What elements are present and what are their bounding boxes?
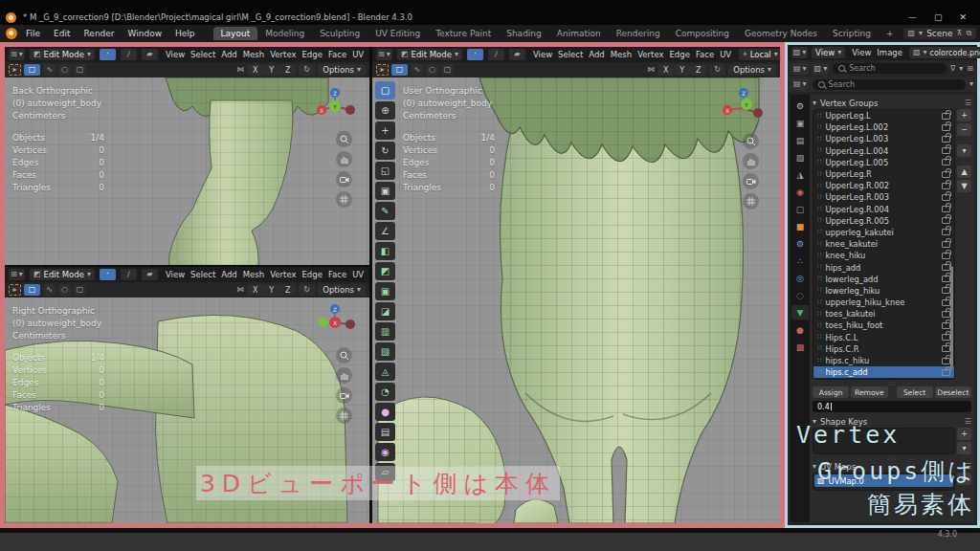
lock-open-icon[interactable] (942, 311, 950, 318)
active-tool-button[interactable]: ▸ (376, 64, 389, 76)
vertex-group-item[interactable]: ∷lowerleg_add (813, 274, 954, 285)
maximize-button[interactable]: ▢ (934, 12, 943, 22)
editor-type-button[interactable]: ▤▾ (791, 78, 809, 90)
toolbar-tool-button[interactable]: ▣ (375, 282, 395, 300)
mirror-axis-button[interactable]: Z (690, 64, 706, 76)
workspace-tab[interactable]: Modeling (257, 27, 312, 40)
editor-type-button[interactable]: ▤▾ (791, 63, 809, 75)
mirror-axis-button[interactable]: Y (263, 64, 279, 76)
toolbar-tool-button[interactable]: ● (375, 403, 395, 421)
image-mode-dropdown[interactable]: View▾ (812, 47, 845, 58)
viewport-center[interactable]: ⊞▾ ◩Edit Mode▾ · ∕ ▰ ViewSelectAddMeshVe… (372, 47, 780, 523)
settings-grid-icon[interactable]: ⊞ (967, 65, 973, 73)
select-circle-tool[interactable]: ○ (426, 64, 438, 76)
vertex-group-item[interactable]: ∷UpperLeg.L.003 (813, 133, 954, 144)
properties-tab[interactable]: ⚙ (791, 236, 809, 251)
pan-hand-icon[interactable] (336, 151, 352, 167)
minimize-button[interactable]: — (908, 12, 917, 22)
filter-icon[interactable]: ∇ (950, 65, 955, 73)
vertex-group-item[interactable]: ∷Hips.C.L (813, 332, 954, 343)
toolbar-tool-button[interactable]: ▥ (375, 322, 395, 341)
image-datablock-selector[interactable]: ▧▾colorcode.png (909, 47, 980, 58)
toolbar-tool-button[interactable]: ∠ (375, 222, 395, 240)
workspace-tab[interactable]: Sculpting (312, 27, 368, 40)
properties-tab[interactable]: ▢ (791, 202, 809, 216)
perspective-grid-icon[interactable] (743, 193, 759, 209)
lock-open-icon[interactable] (942, 345, 950, 352)
add-shape-key-button[interactable]: + (957, 428, 971, 440)
zoom-icon[interactable] (743, 133, 759, 149)
pan-hand-icon[interactable] (336, 367, 352, 384)
viewport-menu[interactable]: View (163, 50, 188, 59)
vertex-group-item[interactable]: ∷hips.c_add (813, 366, 954, 378)
vertex-group-item[interactable]: ∷Hips.C.R (813, 343, 954, 355)
camera-view-icon[interactable] (336, 387, 352, 404)
scene-selector[interactable]: ▧ ▾ Scene ⊼ ⧉ (903, 28, 977, 39)
workspace-tab[interactable]: Texture Paint (428, 27, 499, 40)
viewport-menu[interactable]: View (530, 50, 555, 59)
select-box-tool[interactable]: ▢ (24, 64, 40, 76)
workspace-tab[interactable]: Scripting (825, 27, 879, 40)
select-mode-extend[interactable]: ▢ (74, 284, 86, 296)
display-mode-button[interactable]: ▧▾ (813, 63, 830, 75)
workspace-tab[interactable]: Animation (549, 27, 609, 40)
editor-divider-vertical[interactable] (369, 42, 372, 528)
viewport-menu[interactable]: UV (349, 50, 367, 59)
select-mode-extend[interactable]: ▢ (74, 64, 86, 76)
toolbar-tool-button[interactable]: ◪ (375, 302, 395, 320)
toolbar-tool-button[interactable]: ◬ (375, 363, 395, 381)
menubar-menu[interactable]: Render (78, 27, 122, 40)
specials-menu-button[interactable]: ▾ (957, 144, 971, 157)
image-editor-menu[interactable]: Image (874, 48, 905, 57)
mode-dropdown[interactable]: ◩Edit Mode▾ (30, 269, 95, 280)
panel-menu-icon[interactable]: ☰ (965, 99, 971, 107)
lock-open-icon[interactable] (942, 136, 950, 143)
vertex-group-item[interactable]: ∷upperleg_hiku_knee (813, 297, 954, 308)
properties-tab[interactable]: ◌ (791, 288, 809, 302)
lock-open-icon[interactable] (942, 194, 950, 201)
viewport-menu[interactable]: Mesh (240, 270, 267, 279)
select-button[interactable]: Select (897, 386, 933, 398)
vertex-group-item[interactable]: ∷lowerleg_hiku (813, 285, 954, 297)
lock-open-icon[interactable] (942, 358, 950, 364)
vertex-group-item[interactable]: ∷knee_hiku (813, 250, 954, 261)
lock-open-icon[interactable] (942, 183, 950, 189)
properties-tab[interactable]: ▤ (791, 133, 809, 147)
falloff-button[interactable]: ↻ (299, 284, 315, 296)
lock-open-icon[interactable] (942, 264, 950, 271)
weight-field[interactable]: 0.4 (813, 401, 971, 412)
perspective-grid-icon[interactable] (336, 191, 352, 208)
lock-open-icon[interactable] (942, 334, 950, 341)
viewport-menu[interactable]: Edge (300, 270, 325, 279)
lock-open-icon[interactable] (942, 113, 950, 120)
vertex-group-item[interactable]: ∷UpperLeg.R.005 (813, 215, 954, 227)
copy-icon[interactable]: ⧉ (966, 30, 971, 37)
toolbar-tool-button[interactable]: ◧ (375, 242, 395, 260)
outliner-search-input[interactable]: Search (833, 63, 947, 74)
select-mode-vertex-button[interactable]: · (467, 49, 483, 60)
select-box-tool[interactable]: ▢ (24, 284, 40, 296)
viewport-menu[interactable]: Mesh (240, 50, 267, 59)
lock-open-icon[interactable] (942, 206, 950, 212)
editor-type-button[interactable]: ⊞▾ (9, 269, 25, 280)
select-mode-face-button[interactable]: ▰ (509, 49, 525, 60)
mirror-axis-button[interactable]: Z (279, 284, 296, 296)
menubar-menu[interactable]: Window (122, 27, 169, 40)
vertex-group-item[interactable]: ∷UpperLeg.L.005 (813, 157, 954, 168)
mirror-axis-button[interactable]: X (247, 284, 263, 296)
chevron-down-icon[interactable]: ▾ (969, 80, 973, 88)
lock-open-icon[interactable] (942, 217, 950, 224)
vertex-group-item[interactable]: ∷UpperLeg.L.002 (813, 121, 954, 133)
panel-menu-icon[interactable]: ☰ (965, 418, 971, 426)
viewport-menu[interactable]: Select (188, 50, 218, 59)
vertex-group-item[interactable]: ∷hips_add (813, 261, 954, 273)
properties-search-input[interactable]: Search (813, 79, 966, 90)
options-dropdown[interactable]: Options▾ (318, 64, 366, 76)
shape-key-specials-button[interactable]: ▾ (957, 442, 971, 454)
viewport-menu[interactable]: Add (218, 270, 239, 279)
select-mode-vertex-button[interactable]: · (100, 49, 116, 60)
viewport-menu[interactable]: Edge (300, 50, 325, 59)
viewport-menu[interactable]: Select (188, 270, 218, 279)
toolbar-tool-button[interactable]: ◔ (375, 383, 395, 401)
deselect-button[interactable]: Deselect (935, 386, 971, 398)
